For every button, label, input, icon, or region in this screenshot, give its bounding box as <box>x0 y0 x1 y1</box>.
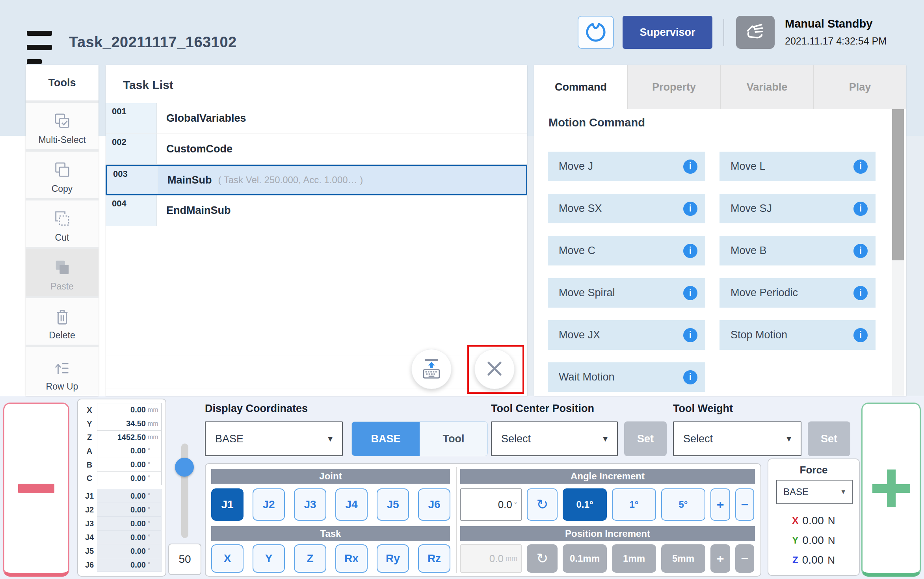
motion-command-move-spiral[interactable]: Move Spiral i <box>548 278 705 308</box>
info-icon[interactable]: i <box>683 328 697 342</box>
tab-command[interactable]: Command <box>534 65 627 109</box>
task-row[interactable]: 004 EndMainSub <box>106 195 527 226</box>
motion-command-move-b[interactable]: Move B i <box>719 236 876 265</box>
jog-axis-y[interactable]: Y <box>253 544 285 573</box>
toggle-tool[interactable]: Tool <box>420 422 487 456</box>
angle-step-0-1[interactable]: 0.1° <box>563 488 607 521</box>
multi-select-icon <box>53 113 71 132</box>
scrollbar-thumb[interactable] <box>892 109 904 260</box>
axis-value-cell: 0.00° <box>97 558 162 572</box>
info-icon[interactable]: i <box>683 286 697 300</box>
info-icon[interactable]: i <box>683 160 697 174</box>
force-title: Force <box>768 464 859 476</box>
motion-command-move-l[interactable]: Move L i <box>719 152 876 181</box>
speed-slider-thumb[interactable] <box>175 458 194 477</box>
jog-minus-button[interactable] <box>3 403 69 577</box>
force-frame-select[interactable]: BASE ▼ <box>776 480 853 504</box>
tool-label: Cut <box>55 232 69 243</box>
angle-increment-input[interactable]: 0.0 ° <box>460 488 522 521</box>
hand-guide-badge[interactable] <box>736 16 775 49</box>
motion-command-move-periodic[interactable]: Move Periodic i <box>719 278 876 308</box>
joint-jog-buttons: J1 J2 J3 J4 J5 J6 <box>211 488 450 521</box>
menu-button[interactable] <box>27 31 53 65</box>
axis-unit: ° <box>148 534 159 541</box>
angle-plus-button[interactable]: + <box>710 488 730 521</box>
task-row-selected[interactable]: 003 MainSub ( Task Vel. 250.000, Acc. 1.… <box>106 165 527 195</box>
gripper-button[interactable] <box>578 16 614 49</box>
pose-row: A 0.00° <box>82 444 162 458</box>
motion-command-move-jx[interactable]: Move JX i <box>548 320 705 350</box>
tools-panel: Tools Multi-Select Copy <box>26 65 99 396</box>
axis-value-cell: 0.00° <box>97 471 162 485</box>
scrollbar[interactable] <box>892 109 904 396</box>
tool-row-up[interactable]: Row Up <box>26 347 99 396</box>
info-icon[interactable]: i <box>853 244 868 258</box>
angle-minus-button[interactable]: − <box>735 488 754 521</box>
info-icon[interactable]: i <box>853 202 868 216</box>
select-value: BASE <box>215 433 326 445</box>
jog-axis-x[interactable]: X <box>211 544 244 573</box>
angle-increment-header: Angle Increment <box>460 469 755 484</box>
info-icon[interactable]: i <box>683 202 697 216</box>
position-plus-button: + <box>710 544 730 573</box>
task-row[interactable]: 001 GlobalVariables <box>106 103 527 134</box>
increment-value: 0.0 <box>489 553 504 565</box>
jog-axis-ry[interactable]: Ry <box>377 544 409 573</box>
display-coordinates-select[interactable]: BASE ▼ <box>205 421 343 456</box>
jog-plus-button[interactable] <box>861 403 921 577</box>
jog-axis-j2[interactable]: J2 <box>253 488 285 521</box>
tool-delete[interactable]: Delete <box>26 298 99 345</box>
axis-label: J6 <box>82 558 97 572</box>
axis-value-cell: 0.00° <box>97 444 162 458</box>
jog-axis-j6[interactable]: J6 <box>418 488 450 521</box>
tool-label: Copy <box>52 184 73 194</box>
tab-property[interactable]: Property <box>627 65 720 109</box>
tool-center-position-set-button[interactable]: Set <box>624 421 667 456</box>
task-list-title: Task List <box>123 78 173 92</box>
tool-copy[interactable]: Copy <box>26 152 99 198</box>
tab-variable[interactable]: Variable <box>720 65 813 109</box>
tool-weight-set-button[interactable]: Set <box>808 421 850 456</box>
motion-command-move-sj[interactable]: Move SJ i <box>719 194 876 223</box>
increment-value: 0.0 <box>498 499 512 511</box>
info-icon[interactable]: i <box>683 370 697 384</box>
jog-axis-j1[interactable]: J1 <box>211 488 244 521</box>
motion-command-stop-motion[interactable]: Stop Motion i <box>719 320 876 350</box>
tab-play[interactable]: Play <box>813 65 906 109</box>
toggle-base[interactable]: BASE <box>352 422 420 456</box>
motion-command-move-c[interactable]: Move C i <box>548 236 705 265</box>
supervisor-button[interactable]: Supervisor <box>623 16 712 49</box>
motion-command-wait-motion[interactable]: Wait Motion i <box>548 362 705 392</box>
joint-section-header: Joint <box>211 469 450 484</box>
info-icon[interactable]: i <box>853 328 868 342</box>
axis-label: C <box>82 471 97 485</box>
jog-axis-j5[interactable]: J5 <box>377 488 409 521</box>
tool-multi-select[interactable]: Multi-Select <box>26 103 99 149</box>
jog-axis-rx[interactable]: Rx <box>335 544 368 573</box>
jog-axis-z[interactable]: Z <box>294 544 326 573</box>
axis-unit: ° <box>148 461 159 468</box>
motion-command-label: Wait Motion <box>559 371 615 383</box>
angle-step-1[interactable]: 1° <box>612 488 656 521</box>
jog-axis-j3[interactable]: J3 <box>294 488 326 521</box>
robot-status: Manual Standby <box>785 17 872 30</box>
info-icon[interactable]: i <box>853 160 868 174</box>
info-icon[interactable]: i <box>853 286 868 300</box>
axis-value: 1452.50 <box>117 433 146 442</box>
virtual-keyboard-button[interactable] <box>411 349 452 389</box>
task-row[interactable]: 002 CustomCode <box>106 134 527 165</box>
tool-cut[interactable]: Cut <box>26 200 99 247</box>
axis-value: 0.00 <box>130 533 146 542</box>
motion-command-move-j[interactable]: Move J i <box>548 152 705 181</box>
axis-value-cell: 0.00° <box>97 458 162 472</box>
jog-axis-j4[interactable]: J4 <box>335 488 368 521</box>
motion-command-move-sx[interactable]: Move SX i <box>548 194 705 223</box>
tool-weight-select[interactable]: Select ▼ <box>673 421 801 456</box>
row-number: 004 <box>106 195 157 226</box>
angle-step-5[interactable]: 5° <box>661 488 705 521</box>
info-icon[interactable]: i <box>683 244 697 258</box>
jog-axis-rz[interactable]: Rz <box>418 544 450 573</box>
speed-value[interactable]: 50 <box>168 544 201 575</box>
angle-reset-button[interactable]: ↻ <box>527 488 558 521</box>
tool-center-position-select[interactable]: Select ▼ <box>491 421 618 456</box>
